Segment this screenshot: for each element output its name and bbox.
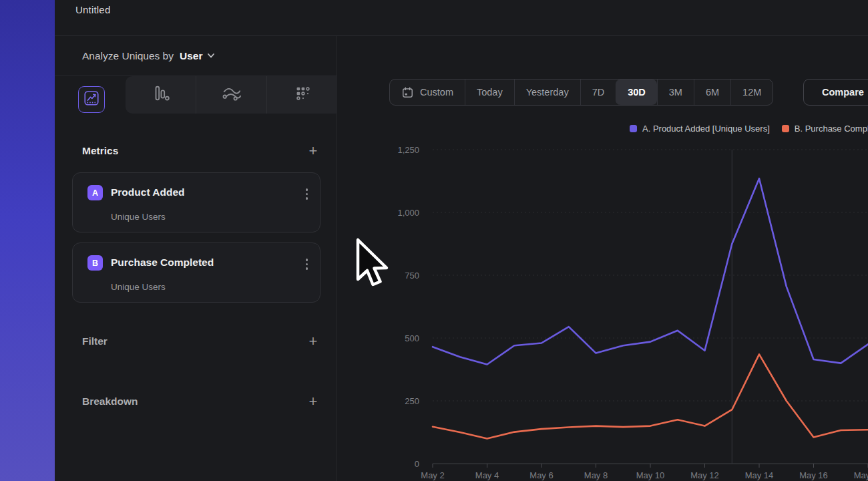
kebab-menu-icon[interactable]: [306, 188, 308, 200]
range-button-label: Custom: [420, 87, 453, 98]
sidebar: Analyze Uniques by User: [55, 36, 337, 481]
range-button-6m[interactable]: 6M: [694, 79, 730, 105]
tab-retention-grid[interactable]: [266, 76, 337, 114]
x-tick-label: May 4: [475, 470, 499, 480]
y-tick-label: 1,000: [397, 208, 419, 218]
legend-item[interactable]: A. Product Added [Unique Users]: [630, 124, 770, 134]
series-line: [433, 178, 868, 364]
metric-subtitle: Unique Users: [111, 282, 166, 292]
view-tabs: [55, 76, 337, 114]
tab-flows[interactable]: [196, 76, 266, 114]
metric-subtitle: Unique Users: [111, 212, 166, 222]
metric-card[interactable]: BPurchase CompletedUnique Users: [72, 243, 320, 303]
legend-label: A. Product Added [Unique Users]: [642, 124, 770, 134]
chart-legend: A. Product Added [Unique Users]B. Purcha…: [630, 124, 868, 134]
x-tick-label: May 8: [584, 470, 608, 480]
breakdown-section-title: Breakdown: [82, 395, 138, 408]
legend-label: B. Purchase Completed [Unique Users]: [795, 124, 868, 134]
x-tick-label: May 14: [745, 470, 774, 480]
breakdown-section-header: Breakdown +: [82, 395, 320, 408]
left-gradient-strip: [0, 0, 55, 481]
range-button-label: Yesterday: [526, 87, 569, 98]
analyze-by-dropdown[interactable]: User: [180, 50, 202, 62]
range-button-7d[interactable]: 7D: [580, 79, 616, 105]
y-tick-label: 500: [405, 333, 419, 343]
range-button-label: Today: [477, 87, 503, 98]
analyze-row: Analyze Uniques by User: [55, 36, 337, 76]
flows-icon: [221, 84, 242, 106]
kebab-menu-icon[interactable]: [306, 259, 308, 270]
y-tick-label: 0: [415, 459, 419, 469]
y-tick-label: 1,250: [397, 145, 419, 155]
range-button-today[interactable]: Today: [465, 79, 514, 105]
add-breakdown-button[interactable]: +: [306, 395, 320, 408]
legend-swatch: [630, 125, 637, 132]
x-tick-label: May 12: [690, 470, 719, 480]
metric-badge: A: [87, 185, 103, 200]
tab-insights-line-chart[interactable]: [78, 86, 105, 113]
range-button-yesterday[interactable]: Yesterday: [514, 79, 580, 105]
metric-title: Product Added: [111, 186, 185, 198]
range-button-custom[interactable]: Custom: [390, 79, 465, 105]
x-tick-label: May 16: [799, 470, 828, 480]
tab-strip: [126, 76, 337, 114]
series-line: [433, 354, 868, 438]
metrics-section-title: Metrics: [82, 145, 118, 157]
metric-badge: B: [87, 255, 103, 271]
y-tick-label: 250: [405, 396, 419, 406]
legend-swatch: [782, 125, 789, 132]
range-button-12m[interactable]: 12M: [730, 79, 773, 105]
add-metric-button[interactable]: +: [306, 144, 320, 158]
x-tick-label: May 18: [854, 470, 868, 480]
x-tick-label: May 6: [529, 470, 553, 480]
analyze-label: Analyze Uniques by: [82, 50, 174, 62]
metric-card[interactable]: AProduct AddedUnique Users: [72, 172, 320, 232]
page-title: Untitled: [75, 4, 110, 15]
filter-section-title: Filter: [82, 335, 107, 347]
metric-list: AProduct AddedUnique UsersBPurchase Comp…: [72, 172, 320, 313]
metrics-section-header: Metrics +: [82, 144, 320, 158]
range-button-label: 30D: [628, 87, 646, 98]
chevron-down-icon[interactable]: [207, 53, 215, 59]
metric-title: Purchase Completed: [111, 257, 214, 269]
add-filter-button[interactable]: +: [306, 335, 320, 348]
range-button-label: 7D: [592, 87, 605, 98]
legend-item[interactable]: B. Purchase Completed [Unique Users]: [782, 124, 868, 134]
line-chart-icon: [83, 90, 100, 110]
filter-section-header: Filter +: [82, 335, 320, 348]
range-button-30d[interactable]: 30D: [616, 79, 657, 105]
bar-chart-icon: [151, 84, 171, 106]
date-range-toolbar: CustomTodayYesterday7D30D3M6M12M: [389, 79, 773, 106]
range-button-label: 6M: [706, 87, 719, 98]
range-button-3m[interactable]: 3M: [657, 79, 694, 105]
main-panel: 02505007501,0001,250May 2May 4May 6May 8…: [337, 36, 868, 481]
retention-grid-icon: [292, 84, 312, 106]
top-bar: Untitled: [55, 0, 868, 36]
tab-bar-chart[interactable]: [126, 76, 196, 114]
range-button-label: 12M: [742, 87, 761, 98]
x-tick-label: May 10: [636, 470, 665, 480]
compare-button[interactable]: Compare: [803, 79, 868, 106]
x-tick-label: May 2: [421, 470, 444, 480]
calendar-icon: [401, 86, 414, 99]
y-tick-label: 750: [405, 271, 419, 281]
range-button-label: 3M: [669, 87, 682, 98]
